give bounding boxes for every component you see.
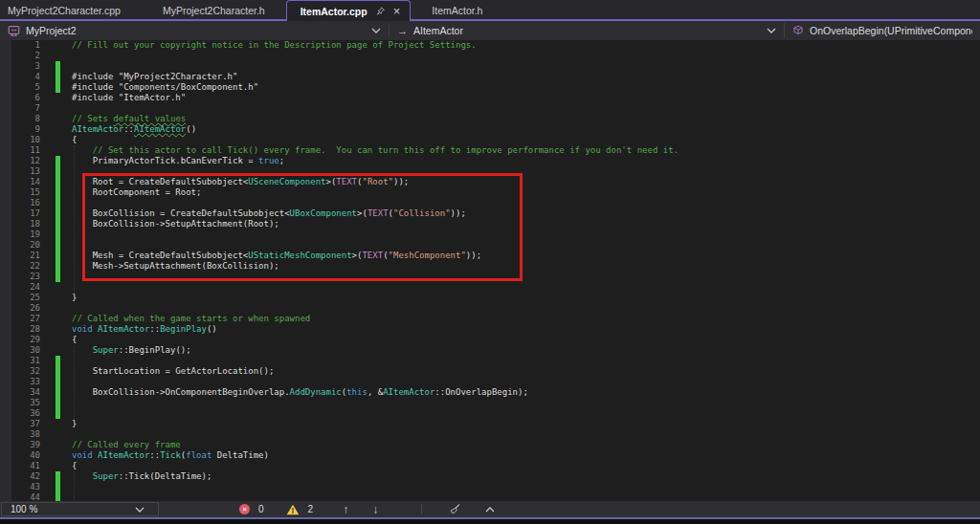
tab-itemactor-h[interactable]: ItemActor.h	[411, 0, 503, 21]
indent-guide	[74, 145, 75, 293]
line-number: 15	[0, 187, 40, 198]
line-number: 33	[0, 377, 40, 387]
line-number: 21	[0, 251, 40, 261]
code-text: // Sets default values	[72, 114, 186, 124]
line-number: 29	[0, 335, 40, 345]
visual-studio-window: MyProject2Character.cpp MyProject2Charac…	[0, 0, 980, 524]
warning-icon[interactable]: !	[286, 504, 300, 515]
code-text: // Called when the game starts or when s…	[72, 314, 310, 324]
line-number: 41	[0, 461, 40, 471]
code-line: 30 Super::BeginPlay();	[0, 345, 980, 356]
code-text: #include "ItemActor.h"	[72, 93, 186, 103]
code-text: Super::Tick(DeltaTime);	[72, 471, 212, 482]
code-text: {	[72, 461, 77, 471]
error-count: 0	[258, 504, 264, 514]
line-number: 17	[0, 208, 40, 219]
code-line: 36	[0, 408, 980, 419]
code-line: 24	[0, 282, 980, 293]
code-line: 5#include "Components/BoxComponent.h"	[0, 82, 980, 93]
code-line: 44	[0, 492, 980, 501]
tab-label: ItemActor.h	[432, 5, 482, 16]
code-text: // Called every frame	[72, 440, 181, 450]
line-number: 1	[0, 40, 40, 51]
code-text: {	[72, 335, 77, 345]
code-line: 3	[0, 61, 980, 72]
code-text: // Set this actor to call Tick() every f…	[72, 145, 679, 156]
code-editor[interactable]: 1// Fill out your copyright notice in th…	[0, 40, 980, 501]
svg-text:++: ++	[11, 27, 16, 33]
indent-guide	[74, 345, 75, 419]
line-number: 40	[0, 450, 40, 461]
line-number: 32	[0, 366, 40, 377]
code-text: void AItemActor::BeginPlay()	[72, 324, 217, 335]
track-changes-bar	[56, 61, 60, 93]
line-number: 42	[0, 471, 40, 482]
divider	[421, 504, 422, 514]
code-line: 1// Fill out your copyright notice in th…	[0, 40, 980, 51]
zoom-dropdown[interactable]: 100 %	[1, 502, 159, 516]
line-number: 44	[0, 492, 40, 501]
code-line: 34 BoxCollision->OnComponentBeginOverlap…	[0, 387, 980, 398]
pin-icon[interactable]	[375, 6, 386, 16]
indent-guide	[74, 471, 75, 501]
tab-label: MyProject2Character.h	[163, 5, 265, 16]
line-number: 11	[0, 145, 40, 156]
line-number: 10	[0, 135, 40, 145]
code-text: #include "Components/BoxComponent.h"	[72, 82, 258, 93]
line-number: 12	[0, 156, 40, 166]
code-line: 33	[0, 377, 980, 387]
line-number: 14	[0, 177, 40, 187]
code-text: // Fill out your copyright notice in the…	[72, 40, 477, 51]
code-text: BoxCollision->OnComponentBeginOverlap.Ad…	[72, 387, 528, 398]
member-dropdown[interactable]: OnOverlapBegin(UPrimitiveComponent * O	[785, 21, 980, 40]
tab-itemactor-cpp[interactable]: ItemActor.cpp ×	[286, 0, 412, 21]
tab-label: ItemActor.cpp	[301, 6, 368, 17]
member-signature: OnOverlapBegin(UPrimitiveComponent * O	[810, 25, 972, 36]
project-name: MyProject2	[26, 25, 77, 36]
project-dropdown[interactable]: ++ MyProject2	[0, 21, 389, 40]
code-line: 39// Called every frame	[0, 440, 980, 450]
line-number: 27	[0, 314, 40, 324]
scope-dropdown[interactable]: → AItemActor	[390, 21, 784, 40]
line-number: 5	[0, 82, 40, 93]
tab-myproject2character-cpp[interactable]: MyProject2Character.cpp	[0, 0, 142, 21]
line-number: 38	[0, 429, 40, 440]
error-icon[interactable]: ×	[239, 504, 250, 514]
line-number: 3	[0, 61, 40, 72]
chevron-up-icon[interactable]	[485, 507, 495, 513]
line-number: 35	[0, 398, 40, 408]
code-line: 29{	[0, 335, 980, 345]
code-line: 28void AItemActor::BeginPlay()	[0, 324, 980, 335]
line-number: 25	[0, 293, 40, 303]
line-number: 2	[0, 51, 40, 61]
zoom-level: 100 %	[11, 504, 37, 514]
track-changes-bar	[56, 471, 60, 501]
code-line: 11 // Set this actor to call Tick() ever…	[0, 145, 980, 156]
svg-text:!: !	[291, 506, 294, 515]
line-number: 6	[0, 93, 40, 103]
code-line: 42 Super::Tick(DeltaTime);	[0, 471, 980, 482]
tab-myproject2character-h[interactable]: MyProject2Character.h	[142, 0, 286, 21]
track-changes-bar	[56, 356, 60, 419]
code-line: 32 StartLocation = GetActorLocation();	[0, 366, 980, 377]
annotation-rectangle	[82, 173, 523, 281]
code-line: 31	[0, 356, 980, 366]
code-text: #include "MyProject2Character.h"	[72, 72, 237, 82]
code-line: 41{	[0, 461, 980, 471]
chevron-down-icon	[135, 507, 145, 513]
line-number: 16	[0, 198, 40, 208]
next-issue-arrow-icon[interactable]: ↓	[372, 503, 378, 516]
line-number: 31	[0, 356, 40, 366]
previous-issue-arrow-icon[interactable]: ↑	[343, 503, 348, 516]
code-cleanup-broom-icon[interactable]	[448, 503, 461, 515]
chevron-down-icon	[767, 28, 776, 33]
line-number: 13	[0, 166, 40, 177]
close-icon[interactable]: ×	[393, 5, 401, 17]
code-text: Super::BeginPlay();	[72, 345, 191, 356]
code-line: 8// Sets default values	[0, 114, 980, 124]
code-text: {	[72, 135, 77, 145]
code-line: 35	[0, 398, 980, 408]
code-line: 9AItemActor::AItemActor()	[0, 124, 980, 135]
code-text: }	[72, 419, 77, 429]
tab-label: MyProject2Character.cpp	[8, 5, 121, 16]
